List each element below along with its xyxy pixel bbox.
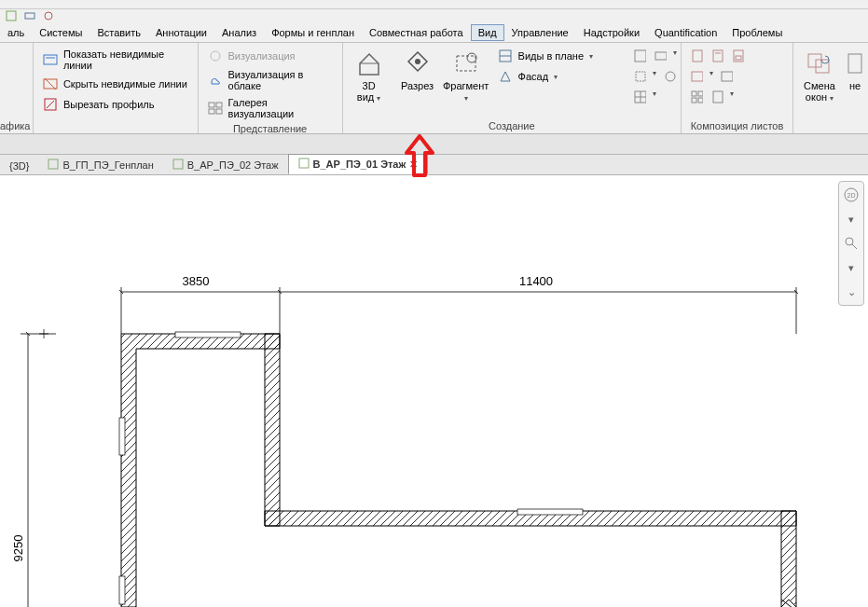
qat-icon[interactable] [4, 8, 19, 23]
lines-off-icon [43, 76, 58, 91]
house-icon [354, 48, 384, 78]
view-tab-floor1[interactable]: В_АР_ПЭ_01 Этаж ✕ [288, 154, 429, 174]
plan-views-button[interactable]: Виды в плане ▾ [492, 47, 613, 65]
partial-button[interactable]: не [846, 45, 864, 91]
menu-manage[interactable]: Управление [504, 24, 576, 41]
svg-rect-41 [48, 159, 58, 169]
cloud-icon [208, 73, 223, 88]
svg-rect-53 [175, 332, 241, 338]
btn-label: Показать невидимые линии [63, 48, 188, 71]
small-tool-icon[interactable] [632, 69, 647, 84]
chevron-down-icon: ▾ [830, 94, 834, 103]
quick-access-toolbar [0, 9, 868, 22]
menu-massing[interactable]: Формы и генплан [264, 24, 362, 41]
zoom-icon[interactable] [841, 233, 861, 254]
3d-view-button[interactable]: 3Dвид ▾ [347, 45, 392, 104]
cut-profile-button[interactable]: Вырезать профиль [37, 95, 194, 114]
render-cloud-button[interactable]: Визуализация в облаке [202, 67, 338, 93]
elevation-button[interactable]: Фасад ▾ [492, 67, 613, 86]
plan-icon [498, 48, 513, 63]
menu-annotate[interactable]: Аннотации [148, 24, 214, 41]
dim-text: 11400 [519, 274, 553, 288]
render-gallery-button[interactable]: Галерея визуализации [202, 95, 338, 121]
btn-label: Виды в плане [518, 50, 584, 62]
svg-rect-38 [808, 54, 821, 67]
svg-rect-56 [119, 576, 125, 604]
switch-icon [805, 48, 834, 78]
drawing-canvas[interactable]: 3850 11400 9250 2D ▾ [0, 175, 868, 607]
menu-systems[interactable]: Системы [32, 24, 90, 41]
panel-label-graphics2 [37, 118, 194, 133]
svg-rect-42 [173, 159, 183, 169]
collapse-icon[interactable]: ⌄ [841, 282, 861, 302]
plan-icon [298, 158, 310, 171]
hide-hidden-lines-button[interactable]: Скрыть невидимые линии [37, 75, 194, 93]
menu-analyze[interactable]: Анализ [214, 24, 264, 41]
btn-label: Разрез [401, 80, 434, 91]
svg-rect-32 [722, 72, 733, 81]
svg-point-22 [666, 72, 675, 81]
svg-rect-19 [635, 50, 646, 62]
svg-rect-34 [698, 91, 703, 96]
qat-icon[interactable] [41, 8, 56, 23]
qat-icon[interactable] [22, 8, 37, 23]
menu-insert[interactable]: Вставить [90, 24, 148, 41]
svg-rect-54 [517, 509, 583, 515]
sheet-icon[interactable] [710, 48, 724, 63]
chevron-down-icon: ▾ [589, 52, 593, 61]
svg-rect-55 [119, 418, 125, 455]
menu-quantification[interactable]: Quantification [647, 24, 724, 41]
menu-issues[interactable]: Проблемы [724, 24, 790, 41]
elevation-icon [498, 69, 513, 84]
callout-icon [451, 48, 481, 78]
view-tab-floor2[interactable]: В_АР_ПЭ_02 Этаж [163, 156, 288, 174]
show-hidden-lines-button[interactable]: Показать невидимые линии [37, 47, 194, 73]
svg-point-9 [211, 51, 220, 61]
small-tool-icon[interactable] [632, 48, 647, 63]
view-tab-3d[interactable]: {3D} [0, 158, 38, 174]
svg-rect-15 [457, 56, 475, 71]
btn-label: Фрагмент [443, 80, 489, 91]
small-tool-icon[interactable] [653, 48, 668, 63]
chevron-down-icon[interactable]: ▾ [841, 257, 861, 278]
svg-line-61 [852, 244, 857, 249]
sheet-icon[interactable] [710, 90, 724, 104]
sheet-icon[interactable] [689, 69, 704, 84]
sheet-icon[interactable] [689, 90, 704, 104]
sheet-icon[interactable] [719, 69, 734, 84]
tab-label: В_ГП_ПЭ_Генплан [62, 159, 153, 171]
view-tab-genplan[interactable]: В_ГП_ПЭ_Генплан [38, 156, 162, 174]
panel-label-presentation: Представление [202, 121, 338, 136]
menu-addins[interactable]: Надстройки [576, 24, 647, 41]
menu-view[interactable]: Вид [471, 24, 504, 41]
btn-label: Смена [804, 80, 835, 91]
svg-rect-27 [713, 50, 723, 62]
chevron-down-icon[interactable]: ▾ [841, 209, 861, 229]
chevron-down-icon: ▾ [464, 94, 468, 103]
svg-point-2 [45, 12, 52, 20]
section-button[interactable]: Разрез [395, 45, 440, 91]
close-icon[interactable]: ✕ [409, 159, 418, 171]
btn-label: не [849, 80, 861, 91]
dim-text: 9250 [11, 535, 25, 562]
menu-collaborate[interactable]: Совместная работа [362, 24, 471, 41]
small-tool-icon[interactable] [662, 69, 677, 84]
svg-rect-40 [848, 54, 861, 73]
plan-icon [172, 159, 184, 172]
render-icon [208, 48, 223, 63]
options-bar [0, 134, 868, 155]
menu-bar: аль Системы Вставить Аннотации Анализ Фо… [0, 22, 868, 43]
chevron-down-icon: ▾ [710, 69, 713, 84]
title-bar [0, 0, 868, 9]
callout-button[interactable]: Фрагмент▾ [444, 45, 489, 104]
svg-rect-1 [25, 13, 34, 19]
small-tool-icon[interactable] [632, 90, 647, 104]
sheet-icon[interactable] [689, 48, 704, 63]
menu-file[interactable]: аль [0, 24, 32, 41]
steering-wheel-icon[interactable]: 2D [841, 185, 861, 205]
chevron-down-icon: ▾ [653, 90, 656, 104]
sheet-icon[interactable] [730, 48, 745, 63]
btn-label: Галерея визуализации [228, 97, 333, 119]
panel-label-graphics: афика [0, 118, 29, 133]
switch-windows-button[interactable]: Сменаокон ▾ [797, 45, 842, 104]
